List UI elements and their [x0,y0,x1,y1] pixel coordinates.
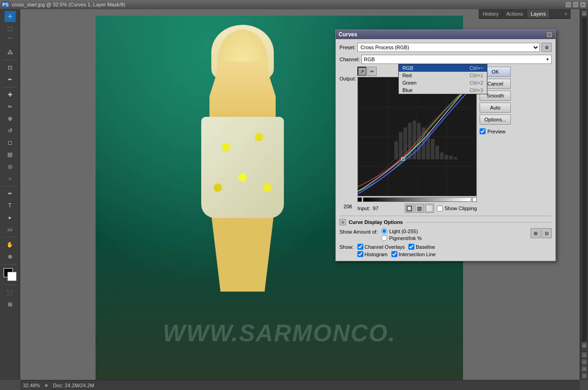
tool-pen[interactable]: ✒ [5,188,16,199]
tool-zoom[interactable]: ⊕ [5,251,16,262]
options-btn-1[interactable]: ≡ [581,352,588,358]
channel-option-rgb[interactable]: RGB Ctrl+~ [399,64,487,72]
tool-clone[interactable]: ⊕ [5,113,16,124]
options-btn-4[interactable]: ≡ [581,373,588,379]
scroll-up[interactable]: ▲ [581,10,588,17]
channel-green-shortcut: Ctrl+2 [469,80,483,86]
preset-select[interactable]: Cross Process (RGB) [357,43,540,52]
input-value: 97 [373,206,379,211]
intersection-checkbox[interactable] [391,251,397,257]
status-bar: 32.48% ⊕ Doc: 24.2M/24.2M [20,380,580,390]
channel-option-green[interactable]: Green Ctrl+2 [399,79,487,86]
preset-options-button[interactable]: ⚙ [542,43,552,52]
curve-display-section: ⊙ Curve Display Options Show Amount of: … [339,216,552,257]
show-clipping-checkbox[interactable] [437,206,443,212]
channel-option-red[interactable]: Red Ctrl+1 [399,72,487,79]
channel-rgb-shortcut: Ctrl+~ [469,65,483,71]
layers-panel: History Actions Layers × [479,9,571,19]
close-button[interactable]: × [580,1,586,8]
tool-lasso[interactable]: ⌒ [5,35,16,46]
tool-crop[interactable]: ⊡ [5,62,16,73]
panel-close-button[interactable]: × [562,10,570,18]
tool-eyedropper[interactable]: ✒ [5,74,16,85]
ps-app-icon: PS [2,1,9,8]
tool-marquee[interactable]: ⬚ [5,23,16,34]
svg-rect-19 [417,123,421,159]
svg-rect-14 [394,141,398,160]
separator-2 [4,87,17,87]
tool-type[interactable]: T [5,200,16,211]
svg-rect-27 [453,157,457,160]
tool-brush[interactable]: ✏ [5,101,16,112]
input-label: Input: [357,206,370,211]
collapse-button[interactable]: ⊙ [339,219,346,225]
maximize-button[interactable]: □ [572,1,579,8]
tool-heal[interactable]: ✚ [5,89,16,100]
grid-10x10-button[interactable]: ⊟ [542,228,552,238]
panel-tab-bar: History Actions Layers × [479,10,570,18]
channel-overlays-checkbox[interactable] [357,244,363,250]
curves-dialog: Curves × Preset: Cross Process (RGB) ⚙ C… [335,29,556,261]
options-btn-2[interactable]: ≡ [581,359,588,365]
tool-screen-mode[interactable]: ⊞ [5,299,16,310]
svg-rect-15 [399,132,402,160]
channel-row: Channel: RGB ▼ RGB Ctrl+~ Red Ctrl+1 [339,55,552,64]
figure [178,25,307,356]
svg-rect-25 [445,155,448,160]
background-color[interactable] [7,272,17,281]
white-point-slider[interactable] [472,197,477,202]
tool-blur[interactable]: ◎ [5,161,16,172]
options-btn-3[interactable]: ≡ [581,366,588,372]
scroll-down[interactable]: ▼ [581,342,588,349]
radio-group: Light (0-255) Pigment/Ink % [381,228,422,241]
show-label: Show: [339,244,354,250]
curve-pencil-tool[interactable]: ✏ [368,67,377,76]
tab-history[interactable]: History [479,10,503,18]
histogram-checkbox[interactable] [357,251,363,257]
white-eyedropper-button[interactable]: ⬜ [425,204,434,213]
tool-path-select[interactable]: ▸ [5,212,16,223]
channel-dropdown: RGB Ctrl+~ Red Ctrl+1 Green Ctrl+2 Blue … [398,64,487,94]
grid-4x4-button[interactable]: ⊞ [531,228,541,238]
separator-5 [4,264,17,264]
baseline-checkbox[interactable] [408,244,414,250]
tool-gradient[interactable]: ▤ [5,149,16,160]
light-radio-row: Light (0-255) [381,228,422,234]
black-eyedropper-button[interactable]: 🔲 [405,204,414,213]
light-radio[interactable] [381,228,387,234]
black-point-slider[interactable] [357,197,362,202]
histogram-row: Histogram [357,251,388,257]
window-controls[interactable]: − □ × [565,1,586,8]
dialog-close-button[interactable]: × [546,31,553,38]
curve-graph[interactable] [357,77,477,196]
tool-eraser[interactable]: ◻ [5,137,16,148]
color-swatch[interactable] [4,268,17,281]
tool-dodge[interactable]: ○ [5,173,16,184]
tool-quick-mask[interactable]: ⬛ [5,287,16,298]
input-gradient-row [357,197,477,202]
eyedropper-group: 🔲 ▧ ⬜ [405,204,434,213]
channel-overlays-label: Channel Overlays [365,244,405,250]
curve-pen-tool[interactable]: ↗ [357,67,367,76]
minimize-button[interactable]: − [565,1,571,8]
tool-hand[interactable]: ✋ [5,239,16,250]
window-title: cross_start.jpg @ 32.5% (Curves 1, Layer… [12,2,565,7]
preview-checkbox[interactable] [480,128,486,134]
tool-shape[interactable]: ▭ [5,224,16,235]
auto-button[interactable]: Auto [480,103,511,113]
gray-eyedropper-button[interactable]: ▧ [415,204,424,213]
channel-dropdown-trigger[interactable]: RGB ▼ [362,55,552,64]
pigment-radio[interactable] [381,235,387,241]
show-clipping-row: Show Clipping [437,206,477,212]
tab-layers[interactable]: Layers [527,10,550,18]
channel-label: Channel: [339,57,360,62]
channel-red-shortcut: Ctrl+1 [469,73,483,78]
show-amount-row: Show Amount of: Light (0-255) Pigment/In… [339,228,552,241]
channel-option-blue[interactable]: Blue Ctrl+3 [399,86,487,94]
tab-actions[interactable]: Actions [503,10,527,18]
options-button[interactable]: Options... [480,115,511,125]
tool-move[interactable]: ✛ [5,11,16,22]
tool-magic-wand[interactable]: ⁂ [5,47,16,58]
dialog-titlebar: Curves × [336,30,555,39]
tool-history-brush[interactable]: ↺ [5,125,16,136]
